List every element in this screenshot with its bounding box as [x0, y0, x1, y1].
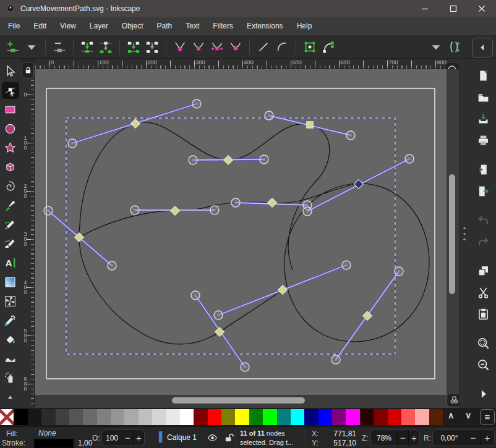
more-options-button[interactable] [427, 38, 445, 56]
menu-filters[interactable]: Filters [206, 17, 240, 35]
swatch-#00ffff[interactable] [291, 409, 304, 425]
tool-rectangle[interactable] [2, 101, 19, 118]
swatch-#bfbfbf[interactable] [139, 409, 152, 425]
tool-dropper[interactable] [2, 312, 19, 329]
tool-pen[interactable] [2, 197, 19, 214]
swatch-#d40000[interactable] [388, 409, 401, 425]
cut-button[interactable] [474, 284, 492, 301]
tool-spiral[interactable] [2, 178, 19, 195]
bezier-path-segment-3[interactable] [79, 124, 283, 344]
horizontal-scrollbar-thumb[interactable] [172, 397, 305, 404]
swatch-#00ff00[interactable] [263, 409, 276, 425]
make-corner-button[interactable] [171, 38, 189, 56]
tool-tweak[interactable] [2, 350, 19, 367]
menu-help[interactable]: Help [290, 17, 319, 35]
vertical-scrollbar-track[interactable] [447, 69, 459, 408]
menu-view[interactable]: View [53, 17, 83, 35]
tool-paint-bucket[interactable] [2, 331, 19, 348]
maximize-button[interactable] [439, 0, 468, 17]
path-node-selected[interactable] [278, 285, 288, 295]
zoom-value[interactable]: 78% [371, 430, 397, 446]
zoom-increase-button[interactable]: + [408, 430, 419, 446]
tool-more-tools[interactable] [2, 389, 19, 405]
bezier-path-segment-2[interactable] [272, 184, 429, 342]
collapse-toolbar-button[interactable] [472, 38, 493, 57]
join-with-segment-button[interactable] [124, 38, 143, 56]
make-auto-smooth-button[interactable] [226, 38, 245, 56]
join-nodes-button[interactable] [78, 38, 96, 56]
swatch-#008080[interactable] [277, 409, 291, 425]
tool-text[interactable]: A [2, 255, 19, 271]
delete-segment-button[interactable] [143, 38, 161, 56]
opacity-decrease-button[interactable]: − [122, 430, 133, 446]
swatch-#552200[interactable] [429, 409, 443, 425]
swatch-#800000[interactable] [374, 409, 387, 425]
import-button[interactable] [474, 161, 492, 178]
opacity-spinner[interactable]: 100 − + [101, 429, 145, 446]
tool-mesh[interactable] [2, 293, 19, 310]
swatch-#800080[interactable] [332, 409, 346, 425]
bezier-path-segment-1[interactable] [135, 122, 330, 270]
rotation-increase-button[interactable]: + [480, 430, 494, 446]
swatch-#555555[interactable] [69, 409, 83, 425]
duplicate-button[interactable] [474, 262, 492, 279]
fill-value[interactable]: None [38, 429, 56, 437]
menu-text[interactable]: Text [179, 17, 206, 35]
save-document-button[interactable] [474, 110, 492, 127]
swatch-#e9e9e9[interactable] [166, 409, 180, 425]
dock-splitter[interactable] [459, 59, 470, 408]
tool-box-3d[interactable] [2, 159, 19, 175]
swatch-none[interactable] [0, 409, 14, 425]
print-button[interactable] [474, 132, 492, 149]
zoom-selection-button[interactable] [474, 334, 492, 352]
insert-node-button[interactable] [4, 38, 22, 56]
path-node-selected[interactable] [268, 198, 277, 208]
new-document-button[interactable] [474, 67, 492, 84]
zoom-spinner[interactable]: 78% − + [370, 429, 420, 446]
ruler-lock-button[interactable] [22, 62, 34, 78]
horizontal-scrollbar-track[interactable] [35, 395, 447, 408]
zoom-drawing-button[interactable] [474, 356, 492, 373]
minimize-button[interactable] [411, 0, 439, 17]
swatch-#808000[interactable] [221, 409, 235, 425]
palette-scroll-up-button[interactable]: ∧ [448, 410, 454, 420]
snapping-button[interactable] [445, 38, 464, 56]
layer-visibility-toggle[interactable] [207, 433, 218, 445]
swatch-#000080[interactable] [304, 409, 318, 425]
more-commands-button[interactable] [474, 385, 492, 402]
swatch-#000000[interactable] [14, 409, 27, 425]
close-button[interactable] [468, 0, 496, 17]
swatch-#ffaaaa[interactable] [415, 409, 429, 425]
tool-calligraphy[interactable] [2, 235, 19, 252]
swatch-#ff00ff[interactable] [346, 409, 359, 425]
swatch-#ffff00[interactable] [235, 409, 249, 425]
layer-name[interactable]: Calque 1 [167, 433, 197, 442]
make-line-button[interactable] [254, 38, 273, 56]
stroke-width-value[interactable]: 1,00 [78, 439, 92, 447]
tool-pencil[interactable] [2, 216, 19, 233]
menu-path[interactable]: Path [150, 17, 179, 35]
menu-extensions[interactable]: Extensions [240, 17, 290, 35]
path-node-selected[interactable] [307, 122, 313, 128]
dock-grip-dots[interactable] [463, 226, 466, 242]
menu-layer[interactable]: Layer [83, 17, 115, 35]
swatch-#d4d4d4[interactable] [152, 409, 166, 425]
palette-scroll-down-button[interactable]: ∨ [465, 410, 471, 420]
paste-button[interactable] [474, 305, 492, 323]
open-document-button[interactable] [474, 88, 492, 106]
swatch-#161616[interactable] [28, 409, 41, 425]
swatch-#404040[interactable] [56, 409, 69, 425]
menu-edit[interactable]: Edit [27, 17, 53, 35]
path-node-selected[interactable] [224, 156, 233, 165]
tool-node-editor[interactable] [2, 82, 19, 99]
swatch-#808080[interactable] [97, 409, 111, 425]
swatch-#2b2b2b[interactable] [41, 409, 55, 425]
swatch-#ffffff[interactable] [180, 409, 194, 425]
zoom-decrease-button[interactable]: − [397, 430, 408, 446]
swatch-#ff5555[interactable] [401, 409, 415, 425]
palette-menu-button[interactable]: ≡ [480, 409, 495, 425]
horizontal-ruler[interactable]: 0100200300400500600700800 [35, 59, 459, 69]
path-node-selected[interactable] [131, 119, 140, 129]
swatch-#008000[interactable] [249, 409, 263, 425]
stroke-color-swatch[interactable] [35, 439, 73, 447]
